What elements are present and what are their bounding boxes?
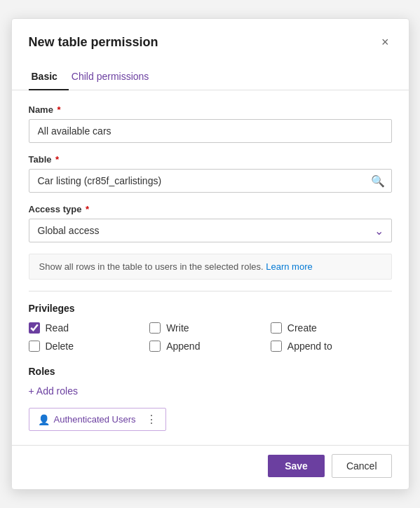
name-required: *: [55, 104, 61, 115]
modal-footer: Save Cancel: [12, 445, 409, 489]
checkbox-append[interactable]: Append: [149, 341, 271, 352]
roles-section: Roles + Add roles 👤 Authenticated Users …: [29, 366, 392, 431]
privileges-title: Privileges: [29, 303, 392, 314]
table-group: Table * 🔍: [29, 154, 392, 193]
tab-child-permissions[interactable]: Child permissions: [69, 65, 160, 90]
name-label: Name *: [29, 104, 392, 115]
access-type-group: Access type * Global access ⌄: [29, 204, 392, 242]
table-label: Table *: [29, 154, 392, 165]
access-type-select-wrapper: Global access ⌄: [29, 219, 392, 242]
checkbox-write[interactable]: Write: [149, 322, 271, 334]
checkbox-delete-input[interactable]: [29, 341, 40, 352]
roles-chips: 👤 Authenticated Users ⋮: [29, 408, 392, 431]
checkbox-append-to[interactable]: Append to: [271, 341, 392, 352]
checkbox-create[interactable]: Create: [271, 322, 392, 334]
role-chip-authenticated-users: 👤 Authenticated Users ⋮: [29, 408, 166, 431]
cancel-button[interactable]: Cancel: [332, 454, 392, 478]
role-chip-menu-icon[interactable]: ⋮: [146, 413, 157, 426]
save-button[interactable]: Save: [268, 455, 325, 477]
access-required: *: [83, 204, 89, 214]
table-search-icon: 🔍: [371, 174, 385, 188]
divider: [29, 291, 392, 291]
close-button[interactable]: ×: [379, 33, 392, 51]
add-roles-button[interactable]: + Add roles: [29, 383, 78, 399]
modal-header: New table permission ×: [12, 19, 409, 51]
table-input-wrapper: 🔍: [29, 169, 392, 193]
modal-body: Name * Table * 🔍 Access type * Global ac…: [12, 90, 409, 445]
access-type-label: Access type *: [29, 204, 392, 214]
access-type-select[interactable]: Global access: [29, 219, 392, 242]
info-box: Show all rows in the table to users in t…: [29, 254, 392, 280]
privileges-section: Privileges Read Write Create Delete: [29, 303, 392, 352]
checkbox-append-to-input[interactable]: [271, 341, 282, 352]
tab-basic[interactable]: Basic: [29, 65, 69, 90]
checkboxes-grid: Read Write Create Delete Append: [29, 322, 392, 352]
learn-more-link[interactable]: Learn more: [266, 261, 312, 272]
table-required: *: [53, 154, 60, 165]
checkbox-delete[interactable]: Delete: [29, 341, 150, 352]
checkbox-write-input[interactable]: [149, 322, 161, 334]
modal-title: New table permission: [29, 35, 158, 50]
modal: New table permission × Basic Child permi…: [11, 18, 409, 490]
table-input[interactable]: [29, 169, 392, 193]
roles-title: Roles: [29, 366, 392, 377]
tabs-container: Basic Child permissions: [12, 57, 409, 90]
user-icon: 👤: [38, 414, 50, 425]
name-input[interactable]: [29, 119, 392, 143]
checkbox-append-input[interactable]: [149, 341, 161, 352]
name-group: Name *: [29, 104, 392, 143]
checkbox-read[interactable]: Read: [29, 322, 150, 334]
checkbox-create-input[interactable]: [271, 322, 282, 334]
checkbox-read-input[interactable]: [29, 322, 40, 334]
